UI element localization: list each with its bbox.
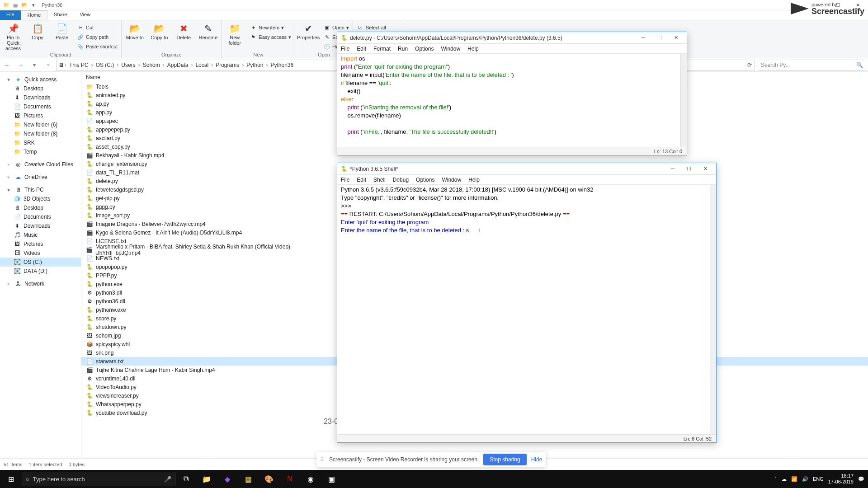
tab-share[interactable]: Share <box>47 10 73 20</box>
chrome-taskbar-icon[interactable]: ◉ <box>300 470 321 488</box>
breadcrumb-segment[interactable]: Users <box>119 62 137 68</box>
menu-item[interactable]: Help <box>464 46 482 52</box>
new-item-button[interactable]: ✦New item ▾ <box>248 23 293 32</box>
shell-scrollbar[interactable] <box>710 185 716 434</box>
breadcrumb-segment[interactable]: AppData <box>165 62 190 68</box>
menu-item[interactable]: Debug <box>389 177 412 183</box>
new-folder-button[interactable]: 📁New folder <box>223 21 246 46</box>
taskbar-search[interactable]: ○ Type here to search 🎤 <box>22 472 175 486</box>
sidebar-this-pc[interactable]: ▾🖥This PC <box>0 185 81 194</box>
breadcrumb-segment[interactable]: Python36 <box>269 62 296 68</box>
rename-button[interactable]: ✎Rename <box>197 21 219 40</box>
pin-quick-access-button[interactable]: 📌Pin to Quick access <box>2 21 24 51</box>
menu-item[interactable]: File <box>337 177 353 183</box>
tab-view[interactable]: View <box>73 10 97 20</box>
menu-item[interactable]: File <box>337 46 353 52</box>
cut-button[interactable]: ✂Cut <box>75 23 119 32</box>
move-to-button[interactable]: 📂Move to <box>123 21 146 40</box>
tab-file[interactable]: File <box>0 10 21 20</box>
app-icon[interactable]: N <box>279 470 300 488</box>
menu-item[interactable]: Window <box>438 177 465 183</box>
menu-item[interactable]: Run <box>394 46 411 52</box>
sidebar-item[interactable]: 📁New folder (6) <box>0 120 81 129</box>
stop-sharing-button[interactable]: Stop sharing <box>483 454 526 465</box>
start-button[interactable]: ⊞ <box>0 470 22 488</box>
sidebar-item[interactable]: 💽OS (C:) <box>0 258 81 267</box>
file-explorer-taskbar-icon[interactable]: 📁 <box>196 470 217 488</box>
copy-path-button[interactable]: 🔗Copy path <box>75 33 119 42</box>
copy-to-button[interactable]: 📂Copy to <box>148 21 170 40</box>
breadcrumb-segment[interactable]: This PC <box>67 62 90 68</box>
breadcrumb-segment[interactable]: OS (C:) <box>94 62 116 68</box>
column-name[interactable]: Name <box>81 74 316 80</box>
app-icon[interactable]: 🎨 <box>259 470 279 488</box>
breadcrumb-segment[interactable]: Local <box>193 62 210 68</box>
menu-item[interactable]: Format <box>370 46 394 52</box>
sidebar-network[interactable]: ›🖧Network <box>0 279 81 288</box>
copy-button[interactable]: 📋Copy <box>26 21 49 40</box>
editor-close-button[interactable]: ✕ <box>668 35 684 41</box>
shell-close-button[interactable]: ✕ <box>697 166 713 172</box>
breadcrumb-segment[interactable]: Python <box>245 62 265 68</box>
hide-button[interactable]: Hide <box>531 456 542 463</box>
recent-locations-button[interactable]: ▾ <box>29 60 40 70</box>
sidebar-item[interactable]: ⬇Downloads <box>0 221 81 230</box>
sidebar-item[interactable]: 🖥Desktop <box>0 84 81 93</box>
menu-item[interactable]: Options <box>411 46 437 52</box>
shell-maximize-button[interactable]: ☐ <box>681 166 697 172</box>
paste-button[interactable]: 📄Paste <box>51 21 73 40</box>
sidebar-item[interactable]: 🎞Videos <box>0 249 81 258</box>
back-button[interactable]: ← <box>2 60 13 70</box>
breadcrumb-segment[interactable]: Programs <box>214 62 241 68</box>
qat-new-folder-icon[interactable]: 📂 <box>21 1 28 9</box>
editor-code-area[interactable]: import os print ("Enter 'quit' for exiti… <box>337 54 680 147</box>
app-icon[interactable]: ◆ <box>217 470 238 488</box>
qat-dropdown-icon[interactable]: ▾ <box>30 1 37 9</box>
editor-minimize-button[interactable]: ─ <box>635 35 651 41</box>
microphone-icon[interactable]: 🎤 <box>164 476 171 483</box>
editor-maximize-button[interactable]: ☐ <box>651 35 668 41</box>
drag-handle-icon[interactable]: ⠿ <box>320 456 325 463</box>
task-view-button[interactable]: ⧉ <box>175 470 196 488</box>
terminal-taskbar-icon[interactable]: ▣ <box>321 470 342 488</box>
forward-button[interactable]: → <box>15 60 26 70</box>
search-input[interactable]: Search Py... 🔍 <box>758 60 866 70</box>
sidebar-item[interactable]: 🎵Music <box>0 230 81 239</box>
properties-button[interactable]: ✔Properties <box>297 21 320 40</box>
delete-button[interactable]: ✖Delete <box>172 21 195 40</box>
editor-scrollbar[interactable] <box>680 54 687 147</box>
tray-volume-icon[interactable]: 🔊 <box>802 476 808 482</box>
open-button[interactable]: ▣Open ▾ <box>321 23 351 32</box>
qat-properties-icon[interactable]: ▤ <box>12 1 19 9</box>
sidebar-item[interactable]: 💽DATA (D:) <box>0 267 81 276</box>
menu-item[interactable]: Edit <box>353 177 370 183</box>
sidebar-item[interactable]: 🖥Desktop <box>0 203 81 212</box>
sidebar-item[interactable]: 🧊3D Objects <box>0 194 81 203</box>
sidebar-item[interactable]: 🖼Pictures <box>0 111 81 120</box>
breadcrumb-segment[interactable]: Sohom <box>141 62 162 68</box>
shell-minimize-button[interactable]: ─ <box>665 166 681 172</box>
sidebar-item[interactable]: 📁New folder (8) <box>0 129 81 138</box>
sidebar-item[interactable]: 📁SRK <box>0 138 81 147</box>
sidebar-item[interactable]: 📄Documents <box>0 102 81 111</box>
sidebar-onedrive[interactable]: ›☁OneDrive <box>0 173 81 182</box>
app-icon[interactable]: ▦ <box>238 470 259 488</box>
select-all-button[interactable]: ☑Select all <box>355 23 401 32</box>
sidebar-item[interactable]: 📄Documents <box>0 212 81 221</box>
easy-access-button[interactable]: ⚑Easy access ▾ <box>248 33 293 42</box>
menu-item[interactable]: Shell <box>370 177 389 183</box>
up-button[interactable]: ↑ <box>42 60 53 70</box>
sidebar-item[interactable]: 📁Temp <box>0 147 81 156</box>
menu-item[interactable]: Edit <box>353 46 370 52</box>
sidebar-item[interactable]: 🖼Pictures <box>0 239 81 249</box>
taskbar-clock[interactable]: 18:17 17-06-2019 <box>828 473 854 485</box>
shell-output-area[interactable]: Python 3.6.5 (v3.6.5:f59c0932b4, Mar 28 … <box>337 185 710 434</box>
sidebar-quick-access[interactable]: ▾★Quick access <box>0 75 81 84</box>
notifications-button[interactable]: 💬 <box>858 476 864 482</box>
tray-wifi-icon[interactable]: 📶 <box>791 476 797 482</box>
refresh-button[interactable]: ⟳ <box>745 62 755 68</box>
paste-shortcut-button[interactable]: 📎Paste shortcut <box>75 42 119 51</box>
tray-cloud-icon[interactable]: ☁ <box>782 476 787 482</box>
tray-chevron-up-icon[interactable]: ˄ <box>774 476 777 482</box>
sidebar-creative-cloud[interactable]: ›◎Creative Cloud Files <box>0 160 81 169</box>
